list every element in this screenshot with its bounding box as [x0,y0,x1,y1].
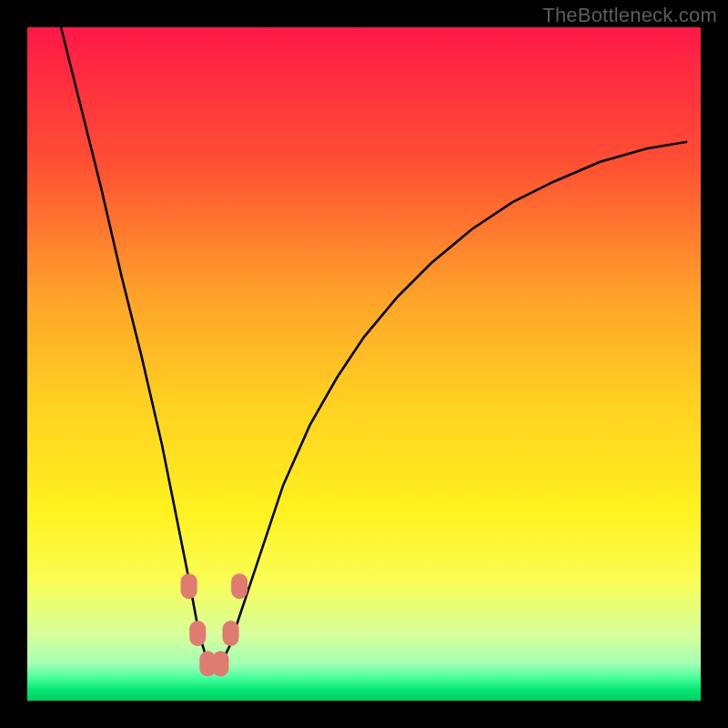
plot-area [27,27,701,701]
marker-right-lower [223,621,239,646]
watermark-text: TheBottleneck.com [542,4,717,27]
curve-layer [27,27,701,701]
bottleneck-curve [61,27,687,667]
marker-right-upper [231,573,248,599]
marker-left-lower [189,621,206,646]
marker-left-upper [181,573,197,599]
marker-bottom-right [212,651,228,676]
chart-frame: TheBottleneck.com [0,0,728,728]
